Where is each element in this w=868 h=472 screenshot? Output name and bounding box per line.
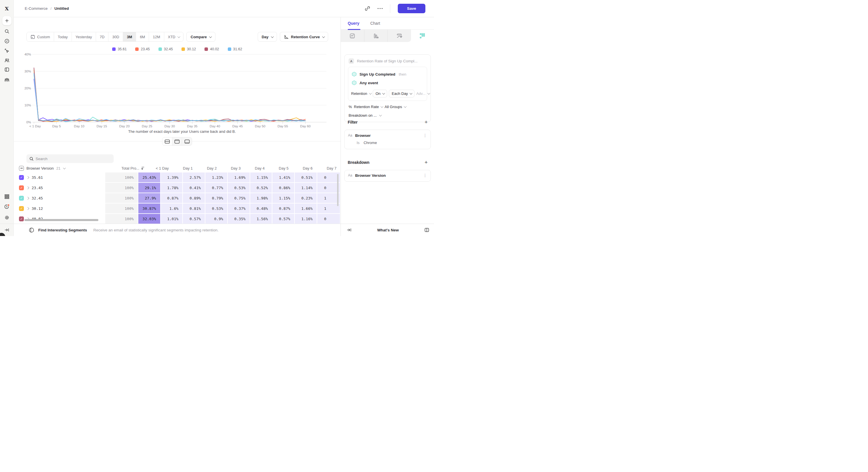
day-cell[interactable]: 1.01% (161, 214, 183, 224)
discover-compass-icon[interactable] (4, 38, 9, 44)
create-new-button[interactable] (2, 16, 11, 25)
legend-item[interactable]: 31.62 (228, 47, 242, 51)
day-cell[interactable]: 0.81% (183, 204, 205, 213)
layout-split-toggle[interactable] (162, 137, 172, 145)
filter-card[interactable]: Aa Browser ⋮ Is Chrome (344, 130, 431, 149)
date-range-xtd[interactable]: XTD (164, 32, 183, 41)
day-cell[interactable]: 0.9% (205, 214, 228, 224)
day-cell[interactable]: 1.15% (272, 193, 295, 203)
date-range-6m[interactable]: 6M (136, 32, 149, 41)
on-dropdown[interactable]: On (373, 90, 387, 97)
breakdown-card[interactable]: Aa Browser Version ⋮ (344, 170, 431, 182)
side-panel-icon[interactable] (424, 227, 429, 233)
day-cell[interactable]: 0.57% (272, 214, 295, 224)
retention-type-dropdown[interactable]: Retention (351, 92, 371, 96)
apps-grid-icon[interactable] (4, 194, 9, 199)
event-row-born[interactable]: Sign Up Completed then (351, 70, 424, 78)
row-checkbox[interactable]: ✓ (19, 175, 24, 180)
legend-item[interactable]: 35.61 (112, 47, 127, 51)
boards-icon[interactable] (4, 67, 9, 72)
date-range-3m[interactable]: 3M (123, 32, 136, 41)
day-cell[interactable]: 1.23% (205, 172, 228, 182)
row-label[interactable]: 35.61 (32, 175, 43, 180)
date-range-7d[interactable]: 7D (96, 32, 109, 41)
day-cell[interactable]: 1.16% (295, 214, 317, 224)
first-day-cell[interactable]: 32.03% (138, 214, 161, 224)
groups-dropdown[interactable]: All Groups (384, 105, 406, 109)
cohorts-icon[interactable] (4, 77, 9, 82)
events-cursor-icon[interactable] (4, 48, 9, 54)
breadcrumb-project[interactable]: E-Commerce (25, 6, 48, 11)
horizontal-scrollbar[interactable] (25, 219, 98, 221)
chart-type-dropdown[interactable]: Retention Curve (280, 32, 328, 42)
day-column-header[interactable]: Day 5 (269, 164, 292, 172)
funnels-report-tab[interactable] (364, 30, 388, 42)
day-cell[interactable]: 0.23% (295, 193, 317, 203)
day-cell[interactable]: 1.15% (250, 172, 273, 182)
more-options-icon[interactable] (378, 8, 383, 9)
legend-item[interactable]: 30.12 (182, 47, 196, 51)
retention-line-chart[interactable]: 0%10%20%30%40%< 1 DayDay 5Day 10Day 15Da… (14, 52, 341, 136)
day-cell[interactable]: 1.56% (250, 214, 273, 224)
breakdown-on-dropdown[interactable]: Breakdown on ... (348, 113, 427, 117)
day-cell[interactable]: 0.77% (205, 183, 228, 193)
day-cell[interactable]: 0.79% (205, 193, 228, 203)
legend-item[interactable]: 23.45 (135, 47, 150, 51)
first-day-cell[interactable]: 29.1% (138, 183, 161, 193)
date-range-12m[interactable]: 12M (149, 32, 164, 41)
search-input[interactable] (36, 157, 111, 161)
legend-item[interactable]: 32.45 (158, 47, 173, 51)
day-cell[interactable]: 0.41% (183, 183, 205, 193)
day-cell[interactable]: 0.35% (228, 214, 250, 224)
kebab-menu-icon[interactable]: ⋮ (423, 173, 427, 178)
day-cell[interactable]: 0.87% (272, 204, 295, 213)
add-filter-button[interactable]: + (425, 119, 428, 125)
query-title[interactable]: Retention Rate of Sign Up Compl... (357, 59, 417, 63)
row-checkbox[interactable]: ✓ (19, 196, 24, 201)
chevron-right-icon[interactable] (27, 207, 29, 210)
day-column-header[interactable]: < 1 Day (149, 164, 173, 172)
day-cell[interactable]: 1.69% (228, 172, 250, 182)
chevron-right-icon[interactable] (27, 197, 29, 200)
whats-new-link[interactable]: What's New (352, 228, 424, 232)
search-nav-icon[interactable] (4, 29, 9, 34)
filter-value[interactable]: Chrome (364, 141, 377, 145)
day-cell[interactable]: 1.78% (161, 183, 183, 193)
day-column-header[interactable]: Day 6 (292, 164, 316, 172)
day-cell[interactable]: 1.14% (295, 183, 317, 193)
first-day-cell[interactable]: 27.9% (138, 193, 161, 203)
compare-button[interactable]: Compare (186, 32, 215, 42)
day-cell[interactable]: 1.39% (161, 172, 183, 182)
row-label[interactable]: 30.12 (32, 206, 43, 211)
chevron-right-icon[interactable] (27, 176, 29, 179)
day-column-header[interactable]: Day 4 (245, 164, 269, 172)
day-column-header[interactable]: Day 1 (173, 164, 197, 172)
insights-report-tab[interactable] (341, 30, 364, 42)
row-label[interactable]: 32.45 (32, 196, 43, 200)
day-cell-partial[interactable]: 0 (317, 214, 341, 224)
day-cell[interactable]: 0.86% (272, 183, 295, 193)
day-cell[interactable]: 0.48% (250, 204, 273, 213)
each-day-dropdown[interactable]: Each Day (389, 90, 414, 97)
day-column-header[interactable]: Day 2 (197, 164, 221, 172)
date-range-yesterday[interactable]: Yesterday (72, 32, 96, 41)
help-icon[interactable]: ? (4, 204, 10, 209)
day-column-header[interactable]: Day 7 (317, 164, 341, 172)
advanced-dropdown[interactable]: Adv... (416, 92, 429, 96)
add-breakdown-button[interactable]: + (425, 160, 428, 165)
day-cell[interactable]: 0.57% (183, 214, 205, 224)
day-cell[interactable]: 1.6% (161, 204, 183, 213)
day-cell[interactable]: 0.89% (183, 193, 205, 203)
day-cell[interactable]: 0.75% (228, 193, 250, 203)
measure-dropdown[interactable]: Retention Rate (354, 105, 383, 109)
filter-operator[interactable]: Is (356, 141, 360, 145)
day-cell[interactable]: 0.37% (228, 204, 250, 213)
row-checkbox[interactable]: ✓ (19, 186, 24, 190)
day-cell[interactable]: 1.98% (250, 193, 273, 203)
layout-table-toggle[interactable] (182, 137, 192, 145)
retention-report-tab[interactable] (411, 30, 434, 42)
day-cell[interactable]: 0.52% (250, 183, 273, 193)
date-range-today[interactable]: Today (54, 32, 72, 41)
tab-chart[interactable]: Chart (370, 21, 380, 26)
first-day-cell[interactable]: 25.43% (138, 172, 161, 182)
